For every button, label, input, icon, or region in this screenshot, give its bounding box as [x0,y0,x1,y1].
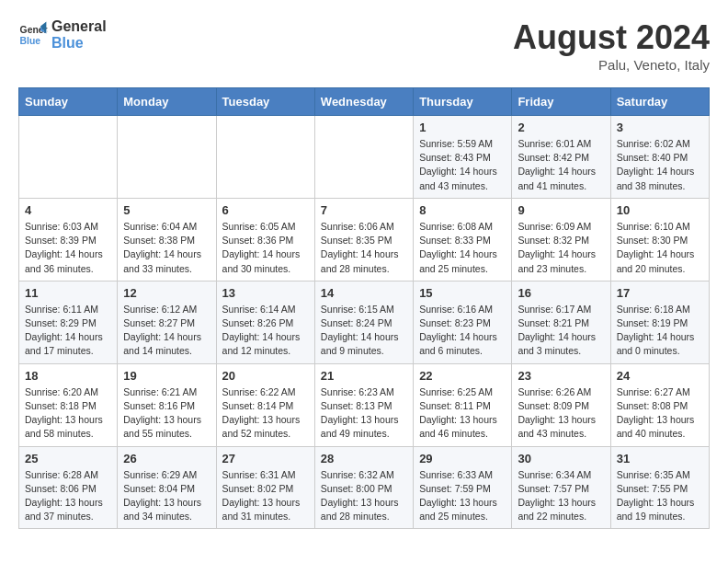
logo-icon: General Blue [18,20,48,50]
logo-line2: Blue [51,35,107,52]
calendar-cell: 22Sunrise: 6:25 AM Sunset: 8:11 PM Dayli… [414,363,512,446]
calendar-cell: 5Sunrise: 6:04 AM Sunset: 8:38 PM Daylig… [118,198,216,281]
day-number: 1 [419,121,506,134]
logo-line1: General [51,18,107,35]
day-info: Sunrise: 6:34 AM Sunset: 7:57 PM Dayligh… [518,468,604,524]
day-info: Sunrise: 6:08 AM Sunset: 8:33 PM Dayligh… [419,220,506,276]
day-info: Sunrise: 6:15 AM Sunset: 8:24 PM Dayligh… [321,303,407,359]
day-number: 10 [617,203,703,217]
day-info: Sunrise: 6:11 AM Sunset: 8:29 PM Dayligh… [25,303,111,359]
day-number: 8 [419,203,506,217]
week-row-1: 1Sunrise: 5:59 AM Sunset: 8:43 PM Daylig… [19,116,710,199]
calendar-cell: 28Sunrise: 6:32 AM Sunset: 8:00 PM Dayli… [314,446,413,529]
day-info: Sunrise: 6:09 AM Sunset: 8:32 PM Dayligh… [518,220,604,276]
day-info: Sunrise: 6:10 AM Sunset: 8:30 PM Dayligh… [617,220,703,276]
header-cell-tuesday: Tuesday [216,88,314,116]
week-row-2: 4Sunrise: 6:03 AM Sunset: 8:39 PM Daylig… [19,198,710,281]
day-number: 15 [419,286,506,300]
day-number: 18 [25,369,111,383]
day-number: 31 [617,452,703,465]
day-info: Sunrise: 6:20 AM Sunset: 8:18 PM Dayligh… [25,385,111,442]
calendar-cell: 31Sunrise: 6:35 AM Sunset: 7:55 PM Dayli… [610,446,709,529]
day-info: Sunrise: 6:27 AM Sunset: 8:08 PM Dayligh… [617,385,703,442]
header-row: SundayMondayTuesdayWednesdayThursdayFrid… [19,88,710,116]
day-number: 19 [123,369,210,383]
day-info: Sunrise: 6:33 AM Sunset: 7:59 PM Dayligh… [419,468,506,524]
calendar-cell: 25Sunrise: 6:28 AM Sunset: 8:06 PM Dayli… [19,446,118,529]
day-number: 11 [25,286,111,300]
svg-text:Blue: Blue [20,35,41,45]
calendar-cell: 16Sunrise: 6:17 AM Sunset: 8:21 PM Dayli… [512,281,610,363]
day-number: 29 [419,452,506,465]
calendar-cell: 27Sunrise: 6:31 AM Sunset: 8:02 PM Dayli… [216,446,314,529]
day-info: Sunrise: 6:03 AM Sunset: 8:39 PM Dayligh… [25,220,111,276]
header-cell-monday: Monday [118,88,216,116]
calendar-cell: 9Sunrise: 6:09 AM Sunset: 8:32 PM Daylig… [512,198,610,281]
day-number: 13 [222,286,309,300]
calendar-cell: 29Sunrise: 6:33 AM Sunset: 7:59 PM Dayli… [414,446,512,529]
calendar-cell: 11Sunrise: 6:11 AM Sunset: 8:29 PM Dayli… [19,281,118,363]
day-number: 9 [518,203,604,217]
day-number: 12 [123,286,210,300]
day-number: 30 [518,452,604,465]
calendar-cell: 3Sunrise: 6:02 AM Sunset: 8:40 PM Daylig… [610,116,709,199]
day-info: Sunrise: 6:32 AM Sunset: 8:00 PM Dayligh… [321,468,407,524]
day-number: 24 [617,369,703,383]
day-info: Sunrise: 6:31 AM Sunset: 8:02 PM Dayligh… [222,468,309,524]
calendar-cell: 20Sunrise: 6:22 AM Sunset: 8:14 PM Dayli… [216,363,314,446]
day-number: 2 [518,121,604,134]
day-info: Sunrise: 6:16 AM Sunset: 8:23 PM Dayligh… [419,303,506,359]
day-number: 14 [321,286,407,300]
calendar-header: SundayMondayTuesdayWednesdayThursdayFrid… [19,88,710,116]
day-info: Sunrise: 6:22 AM Sunset: 8:14 PM Dayligh… [222,385,309,442]
day-number: 25 [25,452,111,465]
calendar-cell: 14Sunrise: 6:15 AM Sunset: 8:24 PM Dayli… [314,281,413,363]
day-info: Sunrise: 5:59 AM Sunset: 8:43 PM Dayligh… [419,137,506,193]
calendar-cell [314,116,413,199]
day-info: Sunrise: 6:25 AM Sunset: 8:11 PM Dayligh… [419,385,506,442]
day-info: Sunrise: 6:29 AM Sunset: 8:04 PM Dayligh… [123,468,210,524]
day-number: 16 [518,286,604,300]
day-number: 22 [419,369,506,383]
calendar-cell: 10Sunrise: 6:10 AM Sunset: 8:30 PM Dayli… [610,198,709,281]
day-info: Sunrise: 6:14 AM Sunset: 8:26 PM Dayligh… [222,303,309,359]
calendar-cell: 12Sunrise: 6:12 AM Sunset: 8:27 PM Dayli… [118,281,216,363]
header-cell-saturday: Saturday [610,88,709,116]
day-info: Sunrise: 6:28 AM Sunset: 8:06 PM Dayligh… [25,468,111,524]
day-info: Sunrise: 6:01 AM Sunset: 8:42 PM Dayligh… [518,137,604,193]
day-number: 3 [617,121,703,134]
day-number: 26 [123,452,210,465]
day-info: Sunrise: 6:12 AM Sunset: 8:27 PM Dayligh… [123,303,210,359]
day-info: Sunrise: 6:17 AM Sunset: 8:21 PM Dayligh… [518,303,604,359]
day-number: 23 [518,369,604,383]
day-number: 17 [617,286,703,300]
day-info: Sunrise: 6:06 AM Sunset: 8:35 PM Dayligh… [321,220,407,276]
day-number: 28 [321,452,407,465]
header-cell-thursday: Thursday [414,88,512,116]
calendar-cell: 21Sunrise: 6:23 AM Sunset: 8:13 PM Dayli… [314,363,413,446]
day-number: 5 [123,203,210,217]
day-info: Sunrise: 6:35 AM Sunset: 7:55 PM Dayligh… [617,468,703,524]
calendar-cell [118,116,216,199]
calendar-cell: 15Sunrise: 6:16 AM Sunset: 8:23 PM Dayli… [414,281,512,363]
week-row-3: 11Sunrise: 6:11 AM Sunset: 8:29 PM Dayli… [19,281,710,363]
calendar-cell: 24Sunrise: 6:27 AM Sunset: 8:08 PM Dayli… [610,363,709,446]
day-info: Sunrise: 6:05 AM Sunset: 8:36 PM Dayligh… [222,220,309,276]
title-block: August 2024 Palu, Veneto, Italy [513,18,710,73]
day-number: 6 [222,203,309,217]
location: Palu, Veneto, Italy [513,57,710,73]
month-year: August 2024 [513,18,710,57]
calendar-cell: 19Sunrise: 6:21 AM Sunset: 8:16 PM Dayli… [118,363,216,446]
calendar-cell [216,116,314,199]
header-cell-sunday: Sunday [19,88,118,116]
day-info: Sunrise: 6:21 AM Sunset: 8:16 PM Dayligh… [123,385,210,442]
calendar-cell: 1Sunrise: 5:59 AM Sunset: 8:43 PM Daylig… [414,116,512,199]
calendar-cell: 8Sunrise: 6:08 AM Sunset: 8:33 PM Daylig… [414,198,512,281]
calendar-cell: 23Sunrise: 6:26 AM Sunset: 8:09 PM Dayli… [512,363,610,446]
calendar-body: 1Sunrise: 5:59 AM Sunset: 8:43 PM Daylig… [19,116,710,529]
day-info: Sunrise: 6:23 AM Sunset: 8:13 PM Dayligh… [321,385,407,442]
week-row-5: 25Sunrise: 6:28 AM Sunset: 8:06 PM Dayli… [19,446,710,529]
day-info: Sunrise: 6:04 AM Sunset: 8:38 PM Dayligh… [123,220,210,276]
day-info: Sunrise: 6:18 AM Sunset: 8:19 PM Dayligh… [617,303,703,359]
calendar-cell: 17Sunrise: 6:18 AM Sunset: 8:19 PM Dayli… [610,281,709,363]
